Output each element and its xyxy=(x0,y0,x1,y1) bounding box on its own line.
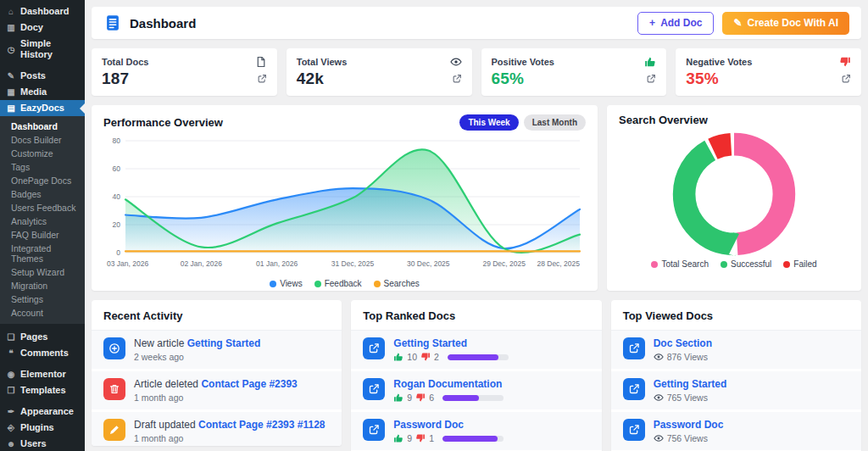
thumb-up-icon xyxy=(393,433,403,443)
legend-item-successful[interactable]: Successful xyxy=(721,259,771,269)
viewed-doc-link[interactable]: Getting Started xyxy=(654,378,727,390)
sidebar-item-plugins[interactable]: ⎆Plugins xyxy=(0,420,85,436)
sidebar-subitem-migration[interactable]: Migration xyxy=(0,279,85,292)
add-doc-button[interactable]: + Add Doc xyxy=(637,12,714,35)
media-icon: ▦ xyxy=(6,86,16,97)
sidebar-subitem-customize[interactable]: Customize xyxy=(0,147,85,160)
stat-label: Negative Votes xyxy=(686,57,752,67)
legend-item-views[interactable]: Views xyxy=(270,279,303,288)
ranked-doc-votes: 96 xyxy=(393,393,504,403)
open-external-icon[interactable] xyxy=(452,74,462,84)
sidebar-subitem-setup-wizard[interactable]: Setup Wizard xyxy=(0,265,85,279)
sidebar-subitem-faq-builder[interactable]: FAQ Builder xyxy=(0,228,85,242)
stats-row: Total Docs187Total Views42kPositive Vote… xyxy=(92,48,861,96)
activity-link[interactable]: Getting Started xyxy=(187,337,261,349)
search-overview-card: Search Overview Total SearchSuccessfulFa… xyxy=(607,105,861,291)
sidebar-item-pages[interactable]: ❏Pages xyxy=(0,329,85,345)
ranked-doc-link[interactable]: Getting Started xyxy=(393,337,509,349)
dashboard-icon: ⌂ xyxy=(6,6,16,17)
open-doc-icon[interactable] xyxy=(363,378,385,400)
thumb-down-icon xyxy=(839,56,851,68)
svg-text:20: 20 xyxy=(113,220,121,229)
sidebar-subitem-account[interactable]: Account xyxy=(0,306,85,320)
activity-text: New article xyxy=(134,337,187,349)
top-ranked-card: Top Ranked Docs Getting Started102Rogan … xyxy=(351,300,601,451)
sidebar-item-users[interactable]: ☻Users xyxy=(0,436,85,451)
sidebar-item-docy[interactable]: ▥Docy xyxy=(0,19,85,36)
downvote-count: 1 xyxy=(429,433,434,443)
open-external-icon[interactable] xyxy=(646,74,656,84)
legend-item-total-search[interactable]: Total Search xyxy=(651,259,709,269)
open-doc-icon[interactable] xyxy=(623,419,645,441)
thumb-down-icon xyxy=(420,352,431,362)
sidebar-item-simple-history[interactable]: ◷Simple History xyxy=(0,36,85,63)
sidebar-subitem-badges[interactable]: Badges xyxy=(0,187,85,201)
sidebar-subitem-dashboard[interactable]: Dashboard xyxy=(0,120,85,133)
stat-label: Positive Votes xyxy=(492,57,554,67)
viewed-doc-link[interactable]: Doc Section xyxy=(654,337,712,349)
sidebar-item-media[interactable]: ▦Media xyxy=(0,84,85,100)
activity-link[interactable]: Contact Page #2393 #1128 xyxy=(198,419,325,431)
view-count: 876 Views xyxy=(654,352,712,362)
eye-icon xyxy=(654,352,664,362)
toggle-this-week[interactable]: This Week xyxy=(459,114,518,131)
sidebar-subitem-users-feedback[interactable]: Users Feedback xyxy=(0,201,85,214)
open-external-icon[interactable] xyxy=(841,74,851,84)
search-overview-donut xyxy=(619,130,849,259)
sidebar-item-eazydocs[interactable]: ▤EazyDocs xyxy=(0,100,85,116)
pages-icon: ❏ xyxy=(6,331,16,342)
vote-ratio-bar xyxy=(442,395,504,401)
legend-item-failed[interactable]: Failed xyxy=(783,259,816,269)
activity-link[interactable]: Contact Page #2393 xyxy=(201,378,297,390)
viewed-doc-item: Password Doc756 Views xyxy=(611,412,861,451)
sidebar-subitem-analytics[interactable]: Analytics xyxy=(0,214,85,228)
performance-line-chart: 02040608003 Jan, 202602 Jan, 202601 Jan,… xyxy=(103,134,586,278)
sidebar-subitem-integrated-themes[interactable]: Integrated Themes xyxy=(0,242,85,265)
stat-card-negative-votes: Negative Votes35% xyxy=(676,48,861,96)
eye-icon xyxy=(450,56,462,68)
upvote-count: 9 xyxy=(407,393,412,403)
viewed-doc-link[interactable]: Password Doc xyxy=(654,419,724,431)
open-doc-icon[interactable] xyxy=(623,378,645,400)
plugins-icon: ⎆ xyxy=(6,422,16,433)
thumb-down-icon xyxy=(415,433,426,443)
main-content: Dashboard + Add Doc ✎ Create Doc With AI… xyxy=(85,0,868,451)
sidebar-subitem-onepage-docs[interactable]: OnePage Docs xyxy=(0,174,85,187)
sidebar-subitem-settings[interactable]: Settings xyxy=(0,292,85,306)
open-external-icon[interactable] xyxy=(257,74,267,84)
activity-item: Draft updated Contact Page #2393 #11281 … xyxy=(92,412,342,446)
sidebar-item-posts[interactable]: ✎Posts xyxy=(0,68,85,84)
open-doc-icon[interactable] xyxy=(363,419,385,441)
create-doc-ai-button[interactable]: ✎ Create Doc With AI xyxy=(722,12,849,35)
view-count: 756 Views xyxy=(654,433,724,443)
sidebar-item-comments[interactable]: ❝Comments xyxy=(0,345,85,361)
svg-text:02 Jan, 2026: 02 Jan, 2026 xyxy=(181,259,222,268)
sidebar-subitem-docs-builder[interactable]: Docs Builder xyxy=(0,133,85,147)
legend-item-searches[interactable]: Searches xyxy=(374,279,420,288)
elementor-icon: ◉ xyxy=(6,369,16,380)
svg-text:29 Dec, 2025: 29 Dec, 2025 xyxy=(482,259,526,268)
history-icon: ◷ xyxy=(6,44,16,55)
stat-card-total-docs: Total Docs187 xyxy=(92,48,277,96)
svg-text:60: 60 xyxy=(113,164,121,173)
viewed-doc-item: Doc Section876 Views xyxy=(611,331,861,371)
svg-text:03 Jan, 2026: 03 Jan, 2026 xyxy=(107,259,148,268)
ranked-doc-link[interactable]: Password Doc xyxy=(393,419,504,431)
thumb-up-icon xyxy=(393,393,403,403)
legend-item-feedback[interactable]: Feedback xyxy=(314,279,362,288)
sidebar-item-elementor[interactable]: ◉Elementor xyxy=(0,366,85,382)
open-doc-icon[interactable] xyxy=(623,337,645,359)
ranked-doc-link[interactable]: Rogan Documentation xyxy=(393,378,504,390)
activity-text: Article deleted xyxy=(134,378,201,390)
sidebar-item-dashboard[interactable]: ⌂Dashboard xyxy=(0,3,85,19)
sidebar-subitem-tags[interactable]: Tags xyxy=(0,160,85,174)
ranked-doc-item: Getting Started102 xyxy=(351,331,601,371)
toggle-last-month[interactable]: Last Month xyxy=(524,114,586,131)
sidebar-item-appearance[interactable]: ✒Appearance xyxy=(0,404,85,420)
sidebar-item-templates[interactable]: ❐Templates xyxy=(0,382,85,398)
pin-icon: ✎ xyxy=(6,70,16,81)
open-doc-icon[interactable] xyxy=(363,337,385,359)
activity-item: New article Getting Started2 weeks ago xyxy=(92,331,342,371)
eye-icon xyxy=(654,433,664,443)
eazydocs-icon: ▤ xyxy=(6,103,16,114)
